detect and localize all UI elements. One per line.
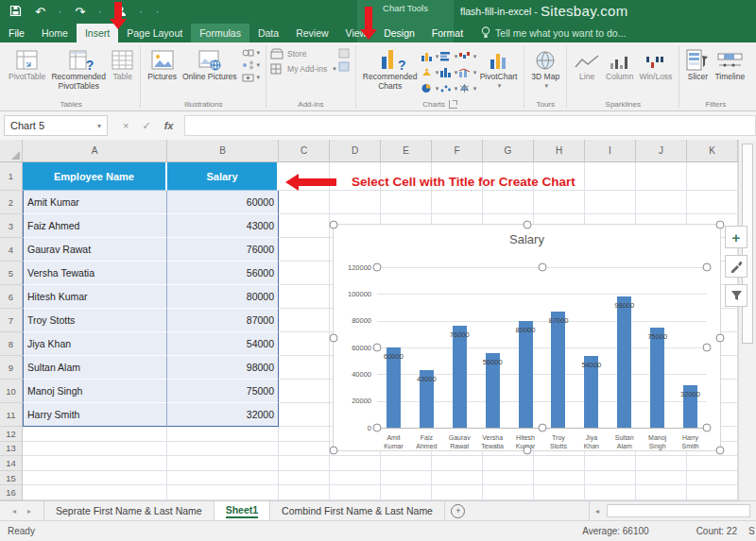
cell-K2[interactable] bbox=[687, 191, 738, 214]
cell-H15[interactable] bbox=[534, 471, 585, 486]
column-sparkline-button[interactable]: Column bbox=[603, 45, 636, 82]
cell-D14[interactable] bbox=[330, 456, 381, 471]
cell-B9[interactable]: 98000 bbox=[167, 356, 279, 380]
cell-C15[interactable] bbox=[279, 471, 330, 486]
cell-J14[interactable] bbox=[636, 456, 687, 471]
addin-extra-icon-1[interactable] bbox=[338, 48, 350, 59]
cell-A7[interactable]: Troy Stotts bbox=[23, 309, 167, 332]
column-header-H[interactable]: H bbox=[534, 140, 585, 161]
cell-C2[interactable] bbox=[279, 191, 330, 214]
embedded-chart[interactable]: Salary 020000400006000080000100000120000… bbox=[333, 224, 721, 451]
tab-design[interactable]: Design bbox=[375, 24, 423, 42]
selection-handle[interactable] bbox=[716, 221, 725, 229]
sheet-tab-sheet1[interactable]: Sheet1 bbox=[215, 501, 270, 520]
cell-I2[interactable] bbox=[585, 191, 636, 214]
tab-page-layout[interactable]: Page Layout bbox=[118, 24, 191, 42]
cell-J16[interactable] bbox=[636, 485, 687, 500]
cell-B12[interactable] bbox=[167, 427, 279, 442]
chart-bar-9[interactable] bbox=[650, 328, 664, 428]
cell-A5[interactable]: Versha Tewatia bbox=[23, 262, 167, 285]
prev-sheet-icon[interactable] bbox=[12, 507, 16, 516]
cell-A10[interactable]: Manoj Singh bbox=[23, 380, 167, 403]
cell-A9[interactable]: Sultan Alam bbox=[23, 356, 167, 380]
row-header-6[interactable]: 6 bbox=[0, 285, 23, 309]
cell-I15[interactable] bbox=[585, 471, 636, 486]
select-all-corner[interactable] bbox=[0, 140, 23, 161]
selection-handle[interactable] bbox=[524, 221, 532, 229]
selection-handle[interactable] bbox=[716, 334, 725, 343]
shapes-button[interactable] bbox=[242, 48, 261, 58]
chart-bar-3[interactable] bbox=[453, 326, 467, 428]
pictures-button[interactable]: Pictures bbox=[145, 45, 180, 82]
column-header-K[interactable]: K bbox=[687, 140, 738, 161]
cancel-formula-icon[interactable]: × bbox=[123, 120, 129, 131]
cell-B8[interactable]: 54000 bbox=[167, 332, 279, 356]
redo-caret-icon[interactable]: · bbox=[98, 7, 101, 17]
cell-A15[interactable] bbox=[23, 471, 167, 486]
cell-B6[interactable]: 80000 bbox=[167, 285, 279, 309]
cell-F15[interactable] bbox=[432, 471, 483, 486]
dialog-launcher-icon[interactable] bbox=[449, 100, 457, 109]
cell-A13[interactable] bbox=[23, 442, 167, 457]
cell-A12[interactable] bbox=[23, 427, 167, 442]
sheet-tab-seprate-first-name-last-name[interactable]: Seprate First Name & Last Name bbox=[43, 501, 215, 520]
cell-B13[interactable] bbox=[167, 442, 279, 457]
smartart-button[interactable] bbox=[242, 60, 261, 70]
tell-me-box[interactable]: Tell me what you want to do... bbox=[472, 24, 626, 42]
cell-B5[interactable]: 56000 bbox=[167, 262, 279, 285]
row-header-14[interactable]: 14 bbox=[0, 456, 23, 471]
row-header-9[interactable]: 9 bbox=[0, 356, 23, 380]
tab-formulas[interactable]: Formulas bbox=[191, 24, 249, 42]
selection-handle[interactable] bbox=[703, 424, 712, 432]
sheet-tab-combind-first-name-last-name[interactable]: Combind First Name & Last Name bbox=[270, 501, 445, 520]
chart-styles-button[interactable] bbox=[725, 255, 747, 278]
pivottable-button[interactable]: PivotTable bbox=[6, 45, 48, 82]
cell-A6[interactable]: Hitesh Kumar bbox=[23, 285, 167, 309]
cell-D2[interactable] bbox=[330, 191, 381, 214]
cell-C8[interactable] bbox=[279, 332, 330, 356]
cell-B1[interactable]: Salary bbox=[167, 162, 279, 191]
cell-A3[interactable]: Faiz Ahmed bbox=[23, 214, 167, 238]
cell-B11[interactable]: 32000 bbox=[167, 403, 279, 427]
scatter-chart-button[interactable] bbox=[439, 80, 458, 96]
line-sparkline-button[interactable]: Line bbox=[571, 45, 603, 82]
recommended-charts-button[interactable]: ? Recommended Charts bbox=[360, 45, 421, 91]
statistic-chart-button[interactable] bbox=[439, 64, 458, 80]
cell-K15[interactable] bbox=[687, 471, 738, 486]
row-header-5[interactable]: 5 bbox=[0, 262, 23, 285]
selection-handle[interactable] bbox=[703, 263, 712, 272]
selection-handle[interactable] bbox=[373, 344, 382, 352]
recommended-pivottables-button[interactable]: ? Recommended PivotTables bbox=[48, 45, 109, 91]
tab-file[interactable]: File bbox=[0, 24, 33, 42]
column-chart-button[interactable] bbox=[421, 48, 439, 64]
addin-extra-icon-2[interactable] bbox=[338, 61, 350, 72]
cell-C11[interactable] bbox=[279, 403, 330, 427]
next-sheet-icon[interactable] bbox=[27, 507, 31, 516]
chart-bar-8[interactable] bbox=[617, 296, 631, 428]
cell-E15[interactable] bbox=[381, 471, 432, 486]
cell-B16[interactable] bbox=[167, 485, 279, 500]
cell-G2[interactable] bbox=[483, 191, 534, 214]
cell-K16[interactable] bbox=[687, 485, 738, 500]
selection-handle[interactable] bbox=[330, 447, 338, 455]
cell-A1[interactable]: Employee Name bbox=[23, 162, 167, 191]
combo-chart-button[interactable] bbox=[458, 64, 477, 80]
cell-J15[interactable] bbox=[636, 471, 687, 486]
column-header-B[interactable]: B bbox=[167, 140, 279, 161]
selection-handle[interactable] bbox=[373, 263, 382, 272]
cell-G16[interactable] bbox=[483, 485, 534, 500]
column-header-F[interactable]: F bbox=[432, 140, 483, 161]
cell-A11[interactable]: Harry Smith bbox=[23, 403, 167, 427]
cell-H14[interactable] bbox=[534, 456, 585, 471]
save-icon[interactable] bbox=[9, 4, 22, 21]
selection-handle[interactable] bbox=[716, 447, 725, 455]
column-header-J[interactable]: J bbox=[636, 140, 687, 161]
row-header-12[interactable]: 12 bbox=[0, 427, 23, 442]
cell-G15[interactable] bbox=[483, 471, 534, 486]
cell-C12[interactable] bbox=[279, 427, 330, 442]
table-button[interactable]: Table bbox=[109, 45, 136, 82]
tab-data[interactable]: Data bbox=[249, 24, 287, 42]
cell-B7[interactable]: 87000 bbox=[167, 309, 279, 332]
column-header-A[interactable]: A bbox=[23, 140, 167, 161]
cell-B10[interactable]: 75000 bbox=[167, 380, 279, 403]
